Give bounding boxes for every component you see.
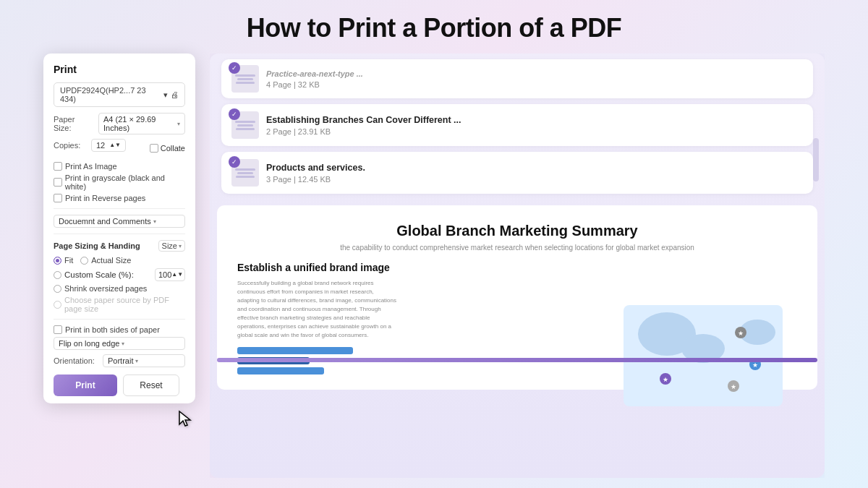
scroll-indicator[interactable] [813, 138, 819, 181]
copies-value: 12 [96, 141, 105, 150]
document-comments-value: Docuemnt and Comments [59, 217, 151, 226]
file-item-partial: ✓ Practice-area-next-type ... 4 Page | 3… [221, 59, 813, 98]
preview-inner: ✓ Practice-area-next-type ... 4 Page | 3… [210, 53, 825, 478]
orientation-select[interactable]: Portrait ▾ [103, 354, 185, 367]
print-reverse-checkbox[interactable] [54, 194, 62, 202]
page-sizing-label: Page Sizing & Handing [54, 241, 140, 250]
doc-title: Global Branch Marketing Summary [237, 223, 797, 239]
custom-scale-value: 100 [158, 270, 171, 279]
paper-size-select[interactable]: A4 (21 × 29.69 Inches) ▾ [98, 113, 185, 134]
partial-file-name: Practice-area-next-type ... [266, 69, 803, 78]
fit-option[interactable]: Fit [54, 256, 73, 265]
divider-2 [54, 234, 185, 234]
thumb-line [236, 176, 255, 178]
purple-accent-bar [217, 358, 817, 362]
stepper-arrows: ▲▼ [109, 142, 121, 148]
map-dot-gray-1: ★ [735, 327, 746, 338]
fit-radio[interactable] [54, 257, 61, 265]
svg-text:★: ★ [738, 330, 744, 337]
size-chevron: ▾ [179, 243, 182, 249]
custom-scale-input[interactable]: 100 ▲▼ [155, 268, 185, 281]
divider-3 [54, 319, 185, 320]
divider-1 [54, 208, 185, 209]
custom-scale-radio[interactable] [54, 271, 61, 279]
list-item[interactable]: ✓ Products and services. 3 Page | 12.45 … [221, 152, 813, 194]
file-icon-wrap-2: ✓ [231, 159, 259, 187]
thumb-line [237, 78, 253, 80]
file-info-2: Products and services. 3 Page | 12.45 KB [266, 163, 803, 184]
reset-button[interactable]: Reset [123, 374, 179, 396]
orientation-label: Orientation: [54, 356, 98, 365]
svg-text:★: ★ [731, 383, 736, 390]
print-button[interactable]: Print [54, 374, 117, 396]
collate-label: Collate [161, 144, 185, 153]
doc-body-text: Successfully building a global brand net… [237, 279, 396, 340]
map-area: ★ ★ ★ ★ [624, 305, 783, 406]
page-title: How to Print a Portion of a PDF [0, 0, 868, 53]
orientation-row: Orientation: Portrait ▾ [54, 354, 185, 367]
content-area: Print UPDF2924Q(HP2...7 23 434) ▾ 🖨 Pape… [0, 53, 868, 478]
print-as-image-checkbox[interactable] [54, 162, 62, 171]
svg-text:★: ★ [752, 361, 758, 369]
thumb-line [235, 74, 255, 77]
actual-size-radio[interactable] [80, 257, 88, 265]
print-as-image-option[interactable]: Print As Image [54, 162, 185, 171]
partial-file-meta: 4 Page | 32 KB [266, 80, 803, 89]
size-label: Size [162, 241, 177, 250]
thumb-line [235, 168, 255, 171]
shrink-label: Shrink oversized pages [64, 284, 147, 293]
paper-size-row: Paper Size: A4 (21 × 29.69 Inches) ▾ [54, 113, 185, 134]
collate-checkbox[interactable] [150, 144, 158, 153]
progress-bar-3 [237, 367, 324, 374]
printer-selector[interactable]: UPDF2924Q(HP2...7 23 434) ▾ 🖨 [54, 82, 185, 107]
document-comments-select[interactable]: Docuemnt and Comments ▾ [54, 215, 185, 228]
orientation-chevron: ▾ [135, 358, 138, 364]
file-meta-2: 3 Page | 12.45 KB [266, 175, 803, 184]
list-item[interactable]: ✓ Establishing Branches Can Cover Differ… [221, 104, 813, 146]
print-both-sides-checkbox[interactable] [54, 325, 62, 334]
print-grayscale-label: Print in grayscale (black and white) [65, 174, 185, 191]
page-sizing-header: Page Sizing & Handing Size ▾ [54, 240, 185, 252]
custom-scale-row: Custom Scale (%): 100 ▲▼ [54, 268, 185, 281]
document-comments-chevron: ▾ [153, 218, 156, 225]
file-info-1: Establishing Branches Can Cover Differen… [266, 115, 803, 136]
file-meta-1: 2 Page | 23.91 KB [266, 127, 803, 136]
print-grayscale-option[interactable]: Print in grayscale (black and white) [54, 174, 185, 191]
paper-size-chevron: ▾ [177, 121, 180, 127]
check-badge-1: ✓ [229, 108, 240, 120]
paper-size-value: A4 (21 × 29.69 Inches) [103, 115, 175, 132]
flip-select[interactable]: Flip on long edge ▾ [54, 337, 185, 350]
dialog-title: Print [54, 64, 185, 75]
map-dot-purple-1: ★ [660, 373, 671, 385]
file-icon-wrap-partial: ✓ [231, 65, 259, 93]
print-both-sides-option[interactable]: Print in both sides of paper [54, 325, 185, 334]
file-name-2: Products and services. [266, 163, 803, 173]
flip-row: Flip on long edge ▾ [54, 337, 185, 350]
shrink-radio[interactable] [54, 285, 61, 293]
doc-subtitle: the capability to conduct comprehensive … [237, 244, 797, 252]
copies-row: Copies: 12 ▲▼ [54, 139, 126, 152]
size-select[interactable]: Size ▾ [158, 240, 185, 252]
custom-scale-label: Custom Scale (%): [64, 270, 134, 279]
copies-stepper[interactable]: 12 ▲▼ [91, 139, 126, 152]
flip-chevron: ▾ [122, 341, 124, 347]
file-name-1: Establishing Branches Can Cover Differen… [266, 115, 803, 125]
collate-checkbox-row: Collate [150, 144, 185, 153]
doc-section-title: Establish a unified brand image [237, 262, 411, 273]
file-icon-wrap-1: ✓ [231, 111, 259, 139]
copies-label: Copies: [54, 141, 87, 150]
thumb-line [236, 82, 255, 84]
progress-bar-1 [237, 347, 353, 354]
document-comments-row: Docuemnt and Comments ▾ [54, 215, 185, 228]
copies-section: Copies: 12 ▲▼ Collate [54, 139, 185, 158]
svg-text:★: ★ [663, 376, 668, 383]
choose-paper-radio[interactable] [54, 301, 61, 309]
print-reverse-option[interactable]: Print in Reverse pages [54, 194, 185, 202]
orientation-value: Portrait [108, 356, 133, 365]
paper-size-label: Paper Size: [54, 115, 94, 132]
shrink-option[interactable]: Shrink oversized pages [54, 284, 185, 293]
choose-paper-option[interactable]: Choose paper source by PDF page size [54, 296, 185, 313]
actual-size-option[interactable]: Actual Size [80, 256, 131, 265]
print-dialog: Print UPDF2924Q(HP2...7 23 434) ▾ 🖨 Pape… [43, 53, 195, 403]
print-grayscale-checkbox[interactable] [54, 178, 62, 187]
